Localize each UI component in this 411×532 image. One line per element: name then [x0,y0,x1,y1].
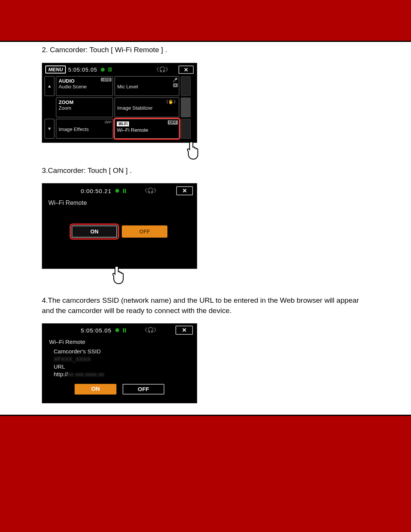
timecode: 5:05:05.05 [81,327,112,334]
on-button[interactable]: ON [75,384,116,395]
mic-icon: 🎤 [172,78,178,83]
menu-item-audio[interactable]: ♪STD AUDIO Audio Scene [56,76,113,96]
off-button[interactable]: OFF [122,225,167,238]
menu-item-wifi-remote[interactable]: Wi-Fi OFF Wi–Fi Remote [115,119,179,139]
zoom-heading: ZOOM [59,99,110,105]
audio-badge: ♪STD [101,78,112,81]
scrollbar-track-top [181,76,191,96]
ssid-value: XFXXX_XXXX [54,355,91,363]
step4-text: 4.The camcorders SSID (network name) and… [42,296,369,316]
wifi-off-badge: OFF [168,120,178,125]
wifi-tag: Wi-Fi [117,121,129,126]
record-indicator-dot [115,189,119,193]
miclevel-sub: Mic Level [117,84,177,89]
record-indicator-dot [101,68,105,72]
document-page: 2. Camcorder: Touch [ Wi-Fi Remote ] . M… [0,42,411,416]
close-button[interactable]: ✕ [176,186,193,195]
stabilizer-sub: Image Stabilizer [117,105,177,111]
touch-hand-icon [111,265,127,284]
timecode: 5:05:05.05 [68,67,97,73]
url-prefix: http:// [54,371,68,377]
off-button[interactable]: OFF [123,384,164,395]
miclevel-badge: A [173,83,178,87]
menu-button[interactable]: MENU [45,66,66,73]
pause-icon [122,188,126,194]
scroll-down-arrow[interactable]: ▼ [45,119,54,139]
scrollbar-track-bottom [181,119,191,139]
header-band [0,0,411,42]
camcorder-screen-menu: MENU 5:05:05.05 《 🎧 》 ✕ ▲ ♪STD AUDIO Aud… [42,63,197,143]
touch-hand-icon [185,140,202,160]
headphone-icon: 《 🎧 》 [142,187,158,194]
menu-item-zoom[interactable]: ZOOM Zoom [56,97,113,117]
scroll-up-arrow[interactable]: ▲ [45,76,54,96]
step2-text: 2. Camcorder: Touch [ Wi-Fi Remote ] . [42,45,369,55]
url-label: URL [54,363,190,371]
timecode: 0:00:50.21 [81,188,112,194]
zoom-sub: Zoom [59,105,110,111]
pause-icon [108,67,112,73]
menu-item-stabilizer[interactable]: 《🖐》 Image Stabilizer [115,97,179,117]
scrollbar-thumb[interactable] [181,97,191,117]
menu-item-miclevel[interactable]: 🎤 A Mic Level [115,76,179,96]
headphone-icon: 《 🎧 》 [154,66,170,73]
on-button[interactable]: ON [72,225,117,238]
close-button[interactable]: ✕ [175,326,193,335]
stabilizer-icon: 《🖐》 [164,99,178,105]
url-value: xx xxx.xxxx.xx [68,371,104,378]
step3-text: 3.Camcorder: Touch [ ON ] . [42,166,369,176]
audio-sub: Audio Scene [59,84,110,89]
image-effects-sub: Image Effects [59,126,110,132]
wifi-remote-label: Wi–Fi Remote [117,127,177,133]
ssid-label: Camcorder's SSID [54,348,190,355]
screen-title: Wi–Fi Remote [49,338,190,346]
screen-title: Wi–Fi Remote [42,198,197,225]
pause-icon [122,327,126,334]
headphone-icon: 《 🎧 》 [142,327,158,334]
menu-item-image-effects[interactable]: ŌFF Image Effects [56,119,113,139]
close-button[interactable]: ✕ [178,66,194,74]
camcorder-screen-onoff: 0:00:50.21 《 🎧 》 ✕ Wi–Fi Remote ON OFF [42,183,197,269]
footer-band [0,416,411,519]
image-effects-badge: ŌFF [105,120,112,124]
camcorder-screen-ssid: 5:05:05.05 《 🎧 》 ✕ Wi–Fi Remote Camcorde… [42,323,197,403]
record-indicator-dot [115,328,119,332]
